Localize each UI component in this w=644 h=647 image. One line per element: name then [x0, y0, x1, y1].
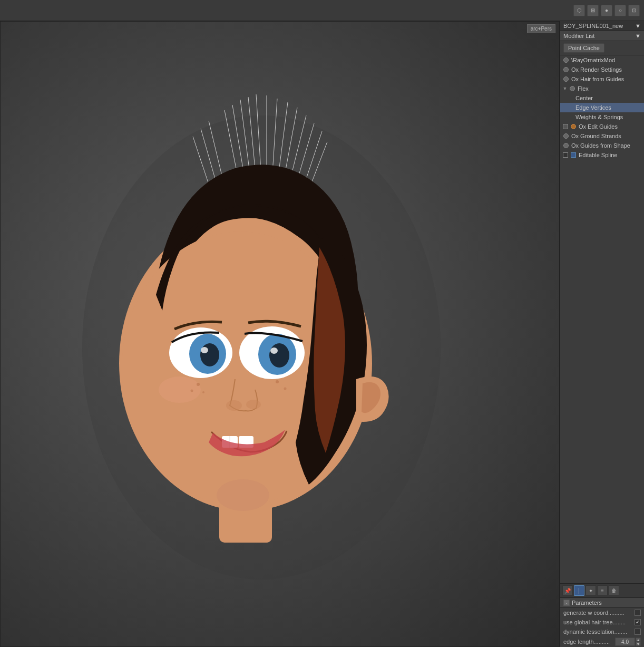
- stack-item-flex[interactable]: ▼ Flex: [560, 84, 644, 93]
- edge-length-spinner: ▲ ▼: [636, 638, 641, 646]
- param-row-edge-length: edge length.......... ▲ ▼: [560, 636, 644, 647]
- edgevertices-icon: [570, 104, 574, 111]
- stack-tool-trash[interactable]: 🗑: [609, 585, 619, 596]
- svg-point-43: [201, 347, 208, 353]
- weightssprings-label: Weights & Springs: [575, 114, 623, 120]
- scene-background: [0, 21, 560, 647]
- toolbar-icon-3[interactable]: ●: [601, 5, 612, 16]
- svg-point-50: [159, 376, 201, 403]
- params-header: - Parameters: [560, 598, 644, 608]
- dynamic-tess-checkbox[interactable]: [635, 629, 641, 635]
- svg-point-57: [217, 479, 269, 511]
- global-hair-tree-label: use global hair tree........: [563, 619, 635, 625]
- toolbar-icon-2[interactable]: ⊞: [587, 5, 599, 16]
- edge-length-spin-down[interactable]: ▼: [636, 642, 641, 646]
- edge-length-spin-up[interactable]: ▲: [636, 638, 641, 642]
- editablespline-icon: [570, 151, 577, 159]
- parameters-section: - Parameters generate w coord.......... …: [560, 598, 644, 647]
- oxhairfromguides-label: Ox Hair from Guides: [571, 76, 624, 82]
- svg-point-45: [226, 400, 242, 411]
- stack-tool-multi[interactable]: ✦: [586, 585, 596, 596]
- vrayornatrix-label: \RayOrnatrixMod: [571, 57, 615, 63]
- edge-length-label: edge length..........: [563, 639, 615, 645]
- stack-item-oxeditguides[interactable]: Ox Edit Guides: [560, 122, 644, 131]
- viewport[interactable]: arc+Pers: [0, 21, 560, 647]
- stack-item-editablespline[interactable]: Editable Spline: [560, 150, 644, 160]
- oxeditguides-vis-icon: [562, 123, 569, 130]
- flex-icon: [569, 85, 576, 92]
- param-row-dynamic-tess: dynamic tesselation........: [560, 627, 644, 636]
- oxeditguides-icon: [570, 123, 577, 130]
- center-label: Center: [575, 95, 593, 101]
- oxhairfromguides-icon: [562, 75, 570, 83]
- main-area: arc+Pers BOY_SPLINE001_new ▼ Modifier Li…: [0, 21, 644, 647]
- edge-length-input[interactable]: [615, 638, 635, 646]
- editablespline-vis-icon: [562, 152, 569, 158]
- object-name-bar[interactable]: BOY_SPLINE001_new ▼: [560, 21, 644, 31]
- modifier-stack: \RayOrnatrixMod Ox Render Settings Ox Ha…: [560, 55, 644, 583]
- dynamic-tess-label: dynamic tesselation........: [563, 629, 635, 635]
- right-panel: BOY_SPLINE001_new ▼ Modifier List ▼ Poin…: [560, 21, 644, 647]
- stack-item-oxguidesfromshape[interactable]: Ox Guides from Shape: [560, 141, 644, 150]
- stack-item-oxrendersettings[interactable]: Ox Render Settings: [560, 65, 644, 74]
- stack-toolbar: 📌 │ ✦ ≡ 🗑: [560, 583, 644, 598]
- stack-item-weightssprings[interactable]: Weights & Springs: [560, 112, 644, 122]
- svg-point-55: [284, 387, 287, 390]
- weightssprings-icon: [570, 113, 574, 121]
- params-title: Parameters: [572, 600, 602, 606]
- generate-w-coord-label: generate w coord..........: [563, 610, 635, 616]
- point-cache-section: Point Cache: [560, 41, 644, 55]
- oxguidesfromshape-icon: [562, 142, 570, 149]
- object-name: BOY_SPLINE001_new: [563, 23, 623, 29]
- flex-label: Flex: [578, 85, 589, 92]
- center-icon: [570, 94, 574, 102]
- oxgroundstrands-icon: [562, 132, 570, 140]
- oxeditguides-label: Ox Edit Guides: [579, 123, 618, 130]
- param-row-global-hair-tree: use global hair tree........: [560, 617, 644, 627]
- flex-expand-icon[interactable]: ▼: [562, 86, 568, 91]
- stack-tool-config[interactable]: ≡: [597, 585, 608, 596]
- stack-item-edgevertices[interactable]: Edge Vertices: [560, 103, 644, 112]
- top-toolbar: ⬡ ⊞ ● ○ ⊡: [0, 0, 644, 21]
- toolbar-icon-5[interactable]: ⊡: [628, 5, 640, 16]
- viewport-label: arc+Pers: [527, 24, 555, 33]
- stack-item-oxhairfromguides[interactable]: Ox Hair from Guides: [560, 74, 644, 84]
- stack-item-oxgroundstrands[interactable]: Ox Ground Strands: [560, 131, 644, 141]
- toolbar-icon-1[interactable]: ⬡: [573, 5, 585, 16]
- svg-point-51: [197, 383, 200, 386]
- editablespline-label: Editable Spline: [579, 152, 617, 158]
- params-collapse-btn[interactable]: -: [563, 600, 570, 606]
- svg-point-44: [270, 347, 278, 354]
- generate-w-coord-checkbox[interactable]: [635, 610, 641, 616]
- vrayornatrix-icon: [562, 56, 570, 64]
- svg-point-52: [191, 389, 193, 392]
- oxrendersettings-icon: [562, 66, 570, 73]
- svg-point-41: [200, 343, 219, 366]
- global-hair-tree-checkbox[interactable]: [635, 619, 641, 625]
- point-cache-button[interactable]: Point Cache: [563, 43, 604, 53]
- modifier-list-bar[interactable]: Modifier List ▼: [560, 31, 644, 41]
- svg-point-42: [269, 343, 289, 368]
- edgevertices-label: Edge Vertices: [575, 104, 611, 111]
- character-render: [77, 84, 446, 585]
- oxgroundstrands-label: Ox Ground Strands: [571, 133, 621, 139]
- param-row-generate-w-coord: generate w coord..........: [560, 608, 644, 617]
- stack-item-vrayornatrix[interactable]: \RayOrnatrixMod: [560, 55, 644, 65]
- toolbar-icon-4[interactable]: ○: [614, 5, 626, 16]
- svg-point-53: [202, 391, 204, 393]
- stack-tool-cursor[interactable]: │: [574, 585, 584, 596]
- svg-point-46: [246, 400, 261, 409]
- oxrendersettings-label: Ox Render Settings: [571, 66, 622, 73]
- svg-point-54: [276, 380, 279, 383]
- object-name-dropdown-arrow[interactable]: ▼: [635, 23, 641, 29]
- modifier-list-dropdown-arrow[interactable]: ▼: [635, 33, 641, 39]
- modifier-list-label: Modifier List: [563, 33, 594, 39]
- stack-tool-pin[interactable]: 📌: [562, 585, 573, 596]
- stack-item-center[interactable]: Center: [560, 93, 644, 103]
- oxguidesfromshape-label: Ox Guides from Shape: [571, 142, 630, 149]
